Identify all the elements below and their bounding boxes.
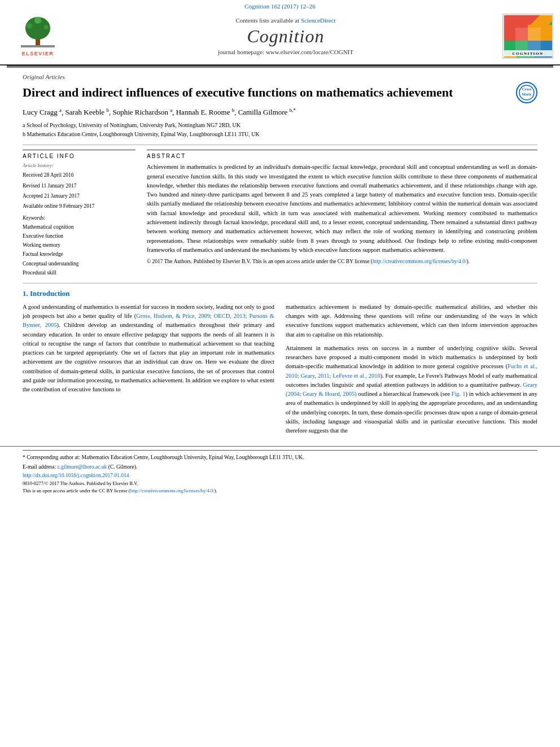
section-label: Original Articles — [23, 73, 537, 80]
intro-para-1: A good understanding of mathematics is e… — [23, 303, 274, 395]
section-num: 1. — [23, 289, 28, 298]
keyword-1: Mathematical cognition — [23, 222, 135, 231]
journal-doi-bar: Cognition 162 (2017) 12–26 — [0, 0, 560, 11]
elsevier-logo: ELSEVIER — [7, 16, 69, 56]
footer-divider — [23, 450, 537, 451]
footer-copyright: 0010-0277/© 2017 The Authors. Published … — [23, 480, 537, 495]
elsevier-label: ELSEVIER — [22, 51, 54, 56]
doi-link[interactable]: http://dx.doi.org/10.1016/j.cognition.20… — [23, 473, 129, 478]
article-area: Original Articles Direct and indirect in… — [0, 68, 560, 440]
article-title: Direct and indirect influences of execut… — [23, 85, 537, 101]
abstract-cc: © 2017 The Authors. Published by Elsevie… — [147, 257, 537, 265]
section-title: 1. Introduction — [23, 289, 537, 298]
sciencedirect-link[interactable]: ScienceDirect — [301, 17, 336, 24]
contents-line: Contents lists available at ScienceDirec… — [69, 17, 502, 24]
svg-point-4 — [44, 25, 49, 29]
homepage-url: www.elsevier.com/locate/COGNIT — [266, 49, 353, 55]
crossmark-icon: Cross Mark — [519, 85, 535, 101]
keyword-6: Procedural skill — [23, 268, 135, 277]
keyword-3: Working memory — [23, 241, 135, 250]
oa-link[interactable]: http://creativecommons.org/licenses/by/4… — [130, 488, 215, 493]
history-label: Article history: — [23, 163, 135, 168]
journal-header: Cognition 162 (2017) 12–26 ELSEVIER Cont… — [0, 0, 560, 65]
abstract-text: Achievement in mathematics is predicted … — [147, 163, 537, 255]
svg-text:Mark: Mark — [522, 92, 531, 97]
cognition-logo-inner: COGNITION — [504, 15, 552, 58]
cognition-logo-text: COGNITION — [512, 51, 543, 56]
svg-point-3 — [27, 23, 32, 29]
email-note: E-mail address: c.gilmore@lboro.ac.uk (C… — [23, 463, 537, 471]
journal-homepage: journal homepage: www.elsevier.com/locat… — [69, 49, 502, 55]
keywords-label: Keywords: — [23, 215, 135, 221]
available-row: Available online 9 February 2017 — [23, 202, 135, 211]
title-area: Direct and indirect influences of execut… — [23, 85, 537, 101]
journal-center: Contents lists available at ScienceDirec… — [69, 17, 502, 55]
intro-col-right: mathematics achievement is mediated by d… — [286, 303, 537, 440]
cc-link2[interactable]: creativecommons.org/licenses/by/4.0/ — [386, 259, 467, 264]
svg-text:Cross: Cross — [522, 87, 532, 91]
svg-point-5 — [34, 17, 41, 24]
intro-section: 1. Introduction A good understanding of … — [23, 289, 537, 440]
affiliation-a: a School of Psychology, University of No… — [23, 121, 537, 130]
info-abstract-row: ARTICLE INFO Article history: Received 2… — [23, 150, 537, 277]
abstract-col: ABSTRACT Achievement in mathematics is p… — [147, 150, 537, 277]
crossmark-badge[interactable]: Cross Mark — [516, 82, 537, 103]
email-link[interactable]: c.gilmore@lboro.ac.uk — [58, 464, 107, 470]
affiliation-b: b Mathematics Education Centre, Loughbor… — [23, 130, 537, 139]
section-divider — [23, 283, 537, 283]
cc-link[interactable]: http:// — [373, 259, 386, 264]
abstract-header: ABSTRACT — [147, 150, 537, 159]
cite-fig1[interactable]: Fig. 1 — [452, 391, 466, 397]
journal-doi: Cognition 162 (2017) 12–26 — [244, 3, 316, 10]
svg-rect-2 — [21, 45, 55, 47]
section-heading: Introduction — [30, 289, 70, 298]
keyword-2: Executive function — [23, 231, 135, 241]
keywords-section: Keywords: Mathematical cognition Executi… — [23, 215, 135, 277]
authors: Lucy Cragg a, Sarah Keeble b, Sophie Ric… — [23, 107, 537, 118]
journal-name: Cognition — [69, 26, 502, 47]
journal-title-row: ELSEVIER Contents lists available at Sci… — [0, 11, 560, 61]
intro-para-2: mathematics achievement is mediated by d… — [286, 303, 537, 339]
affiliations: a School of Psychology, University of No… — [23, 121, 537, 139]
cite-gross[interactable]: Gross, Hudson, & Price, 2009; OECD, 2013… — [23, 313, 274, 328]
article-info-col: ARTICLE INFO Article history: Received 2… — [23, 150, 135, 277]
crossmark-container: Cross Mark — [516, 82, 537, 103]
svg-marker-10 — [515, 28, 541, 53]
page-footer: * Corresponding author at: Mathematics E… — [0, 446, 560, 498]
corresponding-note: * Corresponding author at: Mathematics E… — [23, 453, 537, 461]
revised-row: Revised 11 January 2017 — [23, 181, 135, 190]
received-row: Received 28 April 2016 — [23, 171, 135, 180]
cognition-logo: COGNITION — [502, 14, 553, 59]
footer-doi: http://dx.doi.org/10.1016/j.cognition.20… — [23, 473, 537, 478]
divider-1 — [23, 145, 537, 145]
keyword-4: Factual knowledge — [23, 250, 135, 259]
intro-two-col: A good understanding of mathematics is e… — [23, 303, 537, 440]
cite-geary[interactable]: Geary (2004; Geary & Hoard, 2005) — [286, 382, 537, 397]
accepted-row: Accepted 21 January 2017 — [23, 191, 135, 200]
intro-col-left: A good understanding of mathematics is e… — [23, 303, 274, 440]
article-info-header: ARTICLE INFO — [23, 150, 135, 159]
elsevier-tree-icon — [10, 16, 66, 50]
intro-para-3: Attainment in mathematics rests on succe… — [286, 344, 537, 436]
cite-fuchs[interactable]: Fuchs et al., 2010; Geary, 2011; LeFevre… — [286, 363, 537, 378]
keyword-5: Conceptual understanding — [23, 259, 135, 268]
